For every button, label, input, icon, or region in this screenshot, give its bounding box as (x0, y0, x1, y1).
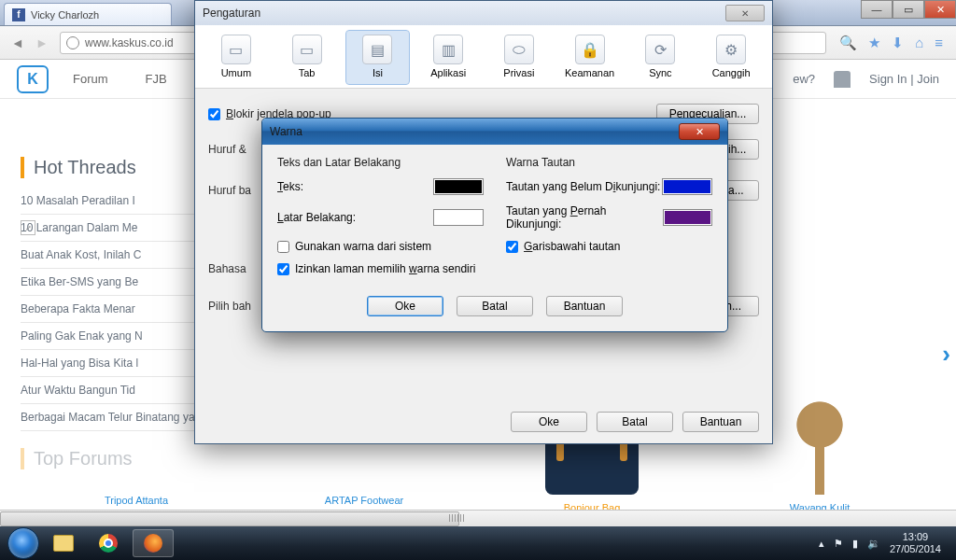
expand-icon[interactable]: ⤢ (21, 220, 35, 235)
wayang-icon (792, 401, 848, 495)
content-icon: ▤ (362, 35, 392, 64)
navbar-icons: 🔍 ★ ⬇ ⌂ ≡ (832, 35, 950, 51)
taskbar-chrome-icon[interactable] (88, 529, 129, 557)
settings-categories: ▭Umum ▭Tab ▤Isi ▥Aplikasi ⬭Privasi 🔒Keam… (195, 25, 772, 89)
user-icon (834, 71, 851, 88)
tab-title: Vicky Charlozh (31, 9, 99, 21)
cat-canggih[interactable]: ⚙Canggih (699, 31, 763, 84)
unvisited-field: Tautan yang Belum Dikunjungi: (506, 178, 712, 195)
settings-dialog-title: Pengaturan (203, 7, 260, 20)
minimize-button[interactable]: — (861, 0, 893, 19)
settings-cancel-button[interactable]: Batal (597, 412, 673, 432)
taskbar: ▴ ⚑ ▮ 🔉 13:09 27/05/2014 (0, 526, 956, 560)
cat-privasi[interactable]: ⬭Privasi (487, 31, 551, 84)
horizontal-scrollbar[interactable] (0, 510, 956, 526)
settings-dialog-titlebar[interactable]: Pengaturan ✕ (195, 1, 772, 25)
latar-color-swatch[interactable] (433, 209, 484, 226)
privacy-mask-icon: ⬭ (504, 35, 534, 64)
lock-icon: 🔒 (575, 35, 605, 64)
section-label: Huruf & (208, 143, 246, 156)
menu-forum[interactable]: Forum (73, 72, 108, 86)
settings-help-button[interactable]: Bantuan (682, 412, 759, 432)
settings-dialog-close-icon[interactable]: ✕ (725, 5, 765, 21)
start-orb[interactable] (7, 527, 39, 559)
tab-icon: ▭ (292, 35, 322, 64)
visited-label: Tautan yang Pernah Dikunjungi: (506, 204, 663, 231)
apps-icon: ▥ (433, 35, 463, 64)
unvisited-color-swatch[interactable] (662, 178, 712, 195)
teks-color-swatch[interactable] (433, 178, 484, 195)
scrollbar-grip-icon (449, 514, 466, 522)
cat-aplikasi[interactable]: ▥Aplikasi (416, 31, 480, 84)
url-text: www.kaskus.co.id (85, 36, 174, 49)
bookmark-star-icon[interactable]: ★ (868, 35, 880, 51)
nav-new-item[interactable]: ew? (793, 72, 815, 86)
colors-dialog-body: Teks dan Latar Belakang Warna Tautan Tek… (262, 145, 727, 287)
system-colors-checkbox[interactable]: Gunakan warna dari sistem (277, 240, 484, 253)
kaskus-menu: Forum FJB (73, 72, 167, 86)
facebook-icon: f (12, 8, 25, 21)
taskbar-clock[interactable]: 13:09 27/05/2014 (890, 531, 941, 555)
unvisited-label: Tautan yang Belum Dikunjungi: (506, 180, 660, 193)
latar-label: Latar Belakang: (277, 211, 356, 224)
teks-label: Teks: (277, 180, 303, 193)
kaskus-logo[interactable]: K (17, 65, 49, 93)
cat-isi[interactable]: ▤Isi (346, 31, 410, 84)
cat-sync[interactable]: ⟳Sync (629, 31, 693, 84)
colors-dialog-footer: Oke Batal Bantuan (262, 287, 727, 328)
maximize-button[interactable]: ▭ (893, 0, 924, 19)
colors-dialog: Warna ✕ Teks dan Latar Belakang Warna Ta… (261, 118, 728, 332)
visited-color-swatch[interactable] (663, 209, 712, 226)
general-icon: ▭ (221, 35, 251, 64)
gear-icon: ⚙ (716, 35, 746, 64)
colors-dialog-titlebar[interactable]: Warna ✕ (262, 119, 727, 145)
home-icon[interactable]: ⌂ (915, 35, 923, 51)
system-tray: ▴ ⚑ ▮ 🔉 13:09 27/05/2014 (819, 531, 949, 555)
taskbar-firefox-icon[interactable] (133, 529, 174, 557)
allow-page-colors-checkbox[interactable]: Izinkan laman memilih warna sendiri (277, 262, 712, 275)
colors-ok-button[interactable]: Oke (367, 296, 443, 316)
tray-chevron-icon[interactable]: ▴ (819, 538, 824, 550)
cat-umum[interactable]: ▭Umum (204, 31, 268, 84)
clock-date: 27/05/2014 (890, 543, 941, 555)
forward-button[interactable]: ► (30, 31, 54, 55)
carousel-next-icon[interactable]: › (942, 340, 950, 369)
cat-keamanan[interactable]: 🔒Keamanan (558, 31, 622, 84)
latar-field: Latar Belakang: (277, 204, 484, 231)
section-label: Bahasa (208, 262, 246, 275)
taskbar-explorer-icon[interactable] (43, 529, 84, 557)
section-label: Pilih bah (208, 300, 251, 313)
tray-battery-icon[interactable]: ▮ (852, 538, 858, 550)
signin-link[interactable]: Sign In | Join (869, 72, 939, 86)
colors-cancel-button[interactable]: Batal (457, 296, 533, 316)
colors-dialog-title: Warna (270, 125, 302, 138)
download-icon[interactable]: ⬇ (892, 35, 904, 51)
back-button[interactable]: ◄ (6, 31, 30, 55)
group-text-title: Teks dan Latar Belakang (277, 156, 484, 169)
teks-field: Teks: (277, 178, 484, 195)
menu-fjb[interactable]: FJB (146, 72, 167, 86)
group-link-title: Warna Tautan (506, 156, 712, 169)
sync-icon: ⟳ (645, 35, 675, 64)
globe-icon (66, 36, 79, 49)
search-icon[interactable]: 🔍 (839, 35, 857, 51)
browser-tab[interactable]: f Vicky Charlozh (4, 3, 172, 25)
section-label: Huruf ba (208, 184, 251, 197)
tray-flag-icon[interactable]: ⚑ (834, 538, 843, 550)
colors-dialog-close-icon[interactable]: ✕ (679, 123, 720, 140)
underline-links-checkbox[interactable]: Garisbawahi tautan (506, 240, 712, 253)
window-controls: — ▭ ✕ (861, 0, 956, 19)
kaskus-right: ew? Sign In | Join (793, 71, 939, 88)
settings-ok-button[interactable]: Oke (511, 412, 587, 432)
close-button[interactable]: ✕ (924, 0, 956, 19)
menu-icon[interactable]: ≡ (935, 35, 943, 51)
scrollbar-thumb[interactable] (0, 511, 459, 526)
clock-time: 13:09 (890, 531, 941, 543)
tray-volume-icon[interactable]: 🔉 (867, 538, 880, 550)
settings-dialog-footer: Oke Batal Bantuan (511, 412, 759, 432)
visited-field: Tautan yang Pernah Dikunjungi: (506, 204, 712, 231)
cat-tab[interactable]: ▭Tab (275, 31, 339, 84)
colors-help-button[interactable]: Bantuan (546, 296, 623, 316)
